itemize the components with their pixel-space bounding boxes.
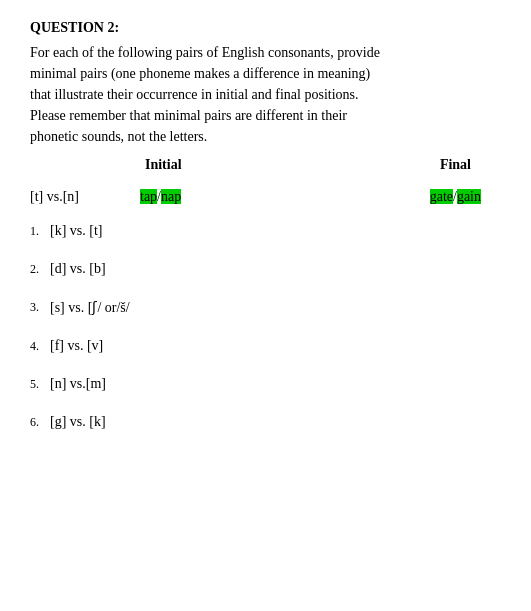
question-item-6: 6. [g] vs. [k] (30, 414, 501, 430)
question-title: QUESTION 2: (30, 20, 501, 36)
item-3-pair: [s] vs. [ʃ/ or/š/ (50, 299, 130, 316)
item-6-pair: [g] vs. [k] (50, 414, 106, 430)
example-final-word2: gain (457, 189, 481, 204)
example-pair-label: [t] vs.[n] (30, 189, 130, 205)
body-line-1: For each of the following pairs of Engli… (30, 45, 380, 60)
question-item-1: 1. [k] vs. [t] (30, 223, 501, 239)
body-line-3: that illustrate their occurrence in init… (30, 87, 359, 102)
question-item-5: 5. [n] vs.[m] (30, 376, 501, 392)
body-line-2: minimal pairs (one phoneme makes a diffe… (30, 66, 370, 81)
example-initial-answer: tap/nap (140, 189, 181, 205)
item-2-number: 2. (30, 261, 50, 277)
item-1-pair: [k] vs. [t] (50, 223, 103, 239)
example-row: [t] vs.[n] tap/nap gate/gain (30, 189, 501, 205)
question-item-4: 4. [f] vs. [v] (30, 338, 501, 354)
item-4-number: 4. (30, 338, 50, 354)
column-headers: Initial Final (30, 165, 501, 189)
question-item-2: 2. [d] vs. [b] (30, 261, 501, 277)
example-initial-word1: tap (140, 189, 157, 204)
item-1-number: 1. (30, 223, 50, 239)
question-container: QUESTION 2: For each of the following pa… (30, 20, 501, 430)
final-column-header: Final (440, 157, 471, 173)
item-5-pair: [n] vs.[m] (50, 376, 106, 392)
question-body: For each of the following pairs of Engli… (30, 42, 501, 147)
example-final-answer: gate/gain (430, 189, 481, 205)
example-final-word1: gate (430, 189, 453, 204)
item-6-number: 6. (30, 414, 50, 430)
item-5-number: 5. (30, 376, 50, 392)
item-3-number: 3. (30, 299, 50, 315)
initial-column-header: Initial (145, 157, 182, 173)
body-line-4: Please remember that minimal pairs are d… (30, 108, 347, 123)
item-2-pair: [d] vs. [b] (50, 261, 106, 277)
question-items-list: 1. [k] vs. [t] 2. [d] vs. [b] 3. [s] vs.… (30, 223, 501, 430)
body-line-5: phonetic sounds, not the letters. (30, 129, 207, 144)
question-item-3: 3. [s] vs. [ʃ/ or/š/ (30, 299, 501, 316)
example-initial-word2: nap (161, 189, 181, 204)
item-4-pair: [f] vs. [v] (50, 338, 103, 354)
